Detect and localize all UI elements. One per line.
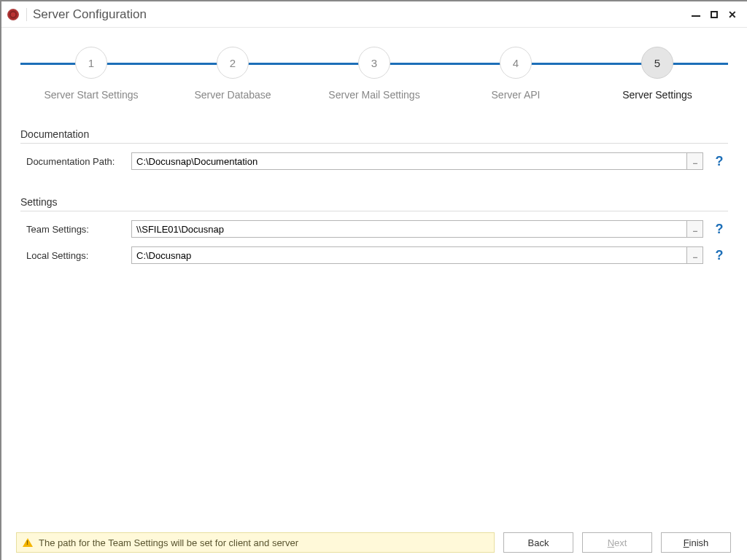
step-2[interactable]: 2 Server Database (162, 42, 303, 101)
step-label-3: Server Mail Settings (328, 89, 419, 101)
window-controls: ✕ (692, 10, 741, 19)
label-local-settings: Local Settings: (20, 250, 131, 261)
field-local-settings: Local Settings: ... ? (20, 246, 728, 264)
minimize-button[interactable] (692, 10, 700, 19)
label-documentation-path: Documentation Path: (20, 156, 131, 167)
step-label-2: Server Database (194, 89, 271, 101)
step-label-4: Server API (492, 89, 541, 101)
step-label-5: Server Settings (622, 89, 692, 101)
input-documentation-path[interactable] (131, 152, 687, 170)
finish-button[interactable]: Finish (661, 532, 731, 553)
back-button[interactable]: Back (503, 532, 573, 553)
maximize-button[interactable] (711, 11, 718, 18)
step-circle-2: 2 (217, 47, 249, 79)
step-4[interactable]: 4 Server API (445, 42, 587, 101)
title-separator (26, 8, 27, 21)
step-label-1: Server Start Settings (44, 89, 138, 101)
warning-icon (23, 538, 33, 547)
help-icon[interactable]: ? (711, 222, 728, 237)
close-button[interactable]: ✕ (728, 11, 737, 18)
step-5[interactable]: 5 Server Settings (587, 42, 728, 101)
browse-team-settings-button[interactable]: ... (687, 220, 703, 238)
step-circle-3: 3 (358, 47, 390, 79)
wizard-footer: The path for the Team Settings will be s… (1, 525, 747, 560)
field-documentation-path: Documentation Path: ... ? (20, 152, 728, 170)
wizard-stepper: 1 Server Start Settings 2 Server Databas… (20, 42, 728, 115)
status-text: The path for the Team Settings will be s… (39, 537, 298, 548)
field-team-settings: Team Settings: ... ? (20, 220, 728, 238)
next-button: Next (582, 532, 652, 553)
window-title: Server Configuration (33, 7, 147, 22)
help-icon[interactable]: ? (711, 248, 728, 263)
step-circle-4: 4 (500, 47, 532, 79)
section-title-settings: Settings (20, 196, 728, 211)
help-icon[interactable]: ? (711, 154, 728, 169)
input-local-settings[interactable] (131, 246, 687, 264)
browse-documentation-path-button[interactable]: ... (687, 152, 703, 170)
wizard-content: 1 Server Start Settings 2 Server Databas… (1, 28, 747, 524)
input-team-settings[interactable] (131, 220, 687, 238)
step-circle-5: 5 (641, 47, 673, 79)
step-circle-1: 1 (75, 47, 107, 79)
label-team-settings: Team Settings: (20, 224, 131, 235)
section-title-documentation: Documentation (20, 128, 728, 144)
browse-local-settings-button[interactable]: ... (687, 246, 703, 264)
app-icon (7, 9, 19, 20)
step-3[interactable]: 3 Server Mail Settings (303, 42, 445, 101)
title-bar: Server Configuration ✕ (1, 1, 747, 28)
status-bar: The path for the Team Settings will be s… (16, 532, 495, 553)
step-1[interactable]: 1 Server Start Settings (20, 42, 162, 101)
